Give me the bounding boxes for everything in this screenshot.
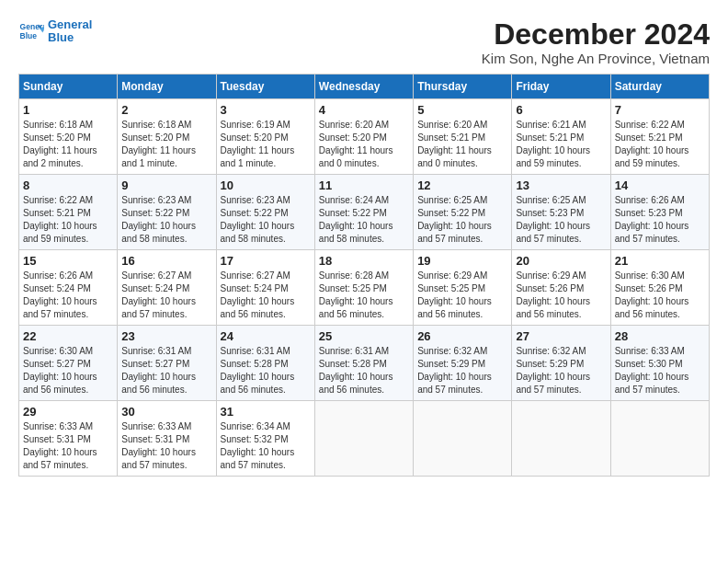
weekday-header-friday: Friday	[512, 75, 610, 99]
logo-text: General Blue	[48, 18, 92, 45]
day-info: Sunrise: 6:32 AM Sunset: 5:29 PM Dayligh…	[516, 345, 606, 396]
day-number: 8	[23, 178, 113, 192]
month-title: December 2024	[482, 18, 710, 51]
calendar-cell: 20 Sunrise: 6:29 AM Sunset: 5:26 PM Dayl…	[512, 250, 610, 326]
day-info: Sunrise: 6:24 AM Sunset: 5:22 PM Dayligh…	[319, 194, 409, 246]
calendar-cell: 16 Sunrise: 6:27 AM Sunset: 5:24 PM Dayl…	[118, 250, 216, 326]
day-number: 31	[221, 405, 311, 419]
day-info: Sunrise: 6:29 AM Sunset: 5:26 PM Dayligh…	[516, 270, 606, 321]
day-number: 16	[121, 254, 211, 268]
calendar-cell: 15 Sunrise: 6:26 AM Sunset: 5:24 PM Dayl…	[19, 250, 118, 326]
day-number: 27	[516, 329, 606, 343]
calendar-cell: 12 Sunrise: 6:25 AM Sunset: 5:22 PM Dayl…	[414, 175, 512, 250]
weekday-header-saturday: Saturday	[610, 75, 709, 99]
calendar-cell	[610, 401, 709, 477]
weekday-header-monday: Monday	[118, 75, 216, 99]
day-info: Sunrise: 6:33 AM Sunset: 5:31 PM Dayligh…	[121, 420, 211, 472]
day-number: 12	[417, 178, 507, 192]
calendar-cell: 29 Sunrise: 6:33 AM Sunset: 5:31 PM Dayl…	[19, 401, 118, 477]
weekday-header-wednesday: Wednesday	[314, 75, 413, 99]
day-info: Sunrise: 6:18 AM Sunset: 5:20 PM Dayligh…	[23, 119, 113, 170]
day-info: Sunrise: 6:20 AM Sunset: 5:20 PM Dayligh…	[319, 119, 409, 170]
day-info: Sunrise: 6:22 AM Sunset: 5:21 PM Dayligh…	[23, 194, 113, 246]
calendar-table: SundayMondayTuesdayWednesdayThursdayFrid…	[18, 74, 710, 477]
calendar-cell: 31 Sunrise: 6:34 AM Sunset: 5:32 PM Dayl…	[216, 401, 314, 477]
calendar-cell: 2 Sunrise: 6:18 AM Sunset: 5:20 PM Dayli…	[118, 99, 216, 175]
svg-text:Blue: Blue	[20, 31, 38, 40]
day-number: 2	[121, 103, 211, 117]
day-number: 26	[417, 329, 507, 343]
calendar-cell: 30 Sunrise: 6:33 AM Sunset: 5:31 PM Dayl…	[118, 401, 216, 477]
day-info: Sunrise: 6:32 AM Sunset: 5:29 PM Dayligh…	[417, 345, 507, 396]
calendar-cell: 24 Sunrise: 6:31 AM Sunset: 5:28 PM Dayl…	[216, 326, 314, 401]
day-number: 22	[23, 329, 113, 343]
weekday-header-tuesday: Tuesday	[216, 75, 314, 99]
calendar-cell: 23 Sunrise: 6:31 AM Sunset: 5:27 PM Dayl…	[118, 326, 216, 401]
calendar-cell: 28 Sunrise: 6:33 AM Sunset: 5:30 PM Dayl…	[610, 326, 709, 401]
day-info: Sunrise: 6:34 AM Sunset: 5:32 PM Dayligh…	[221, 420, 311, 472]
day-number: 9	[121, 178, 211, 192]
calendar-cell: 3 Sunrise: 6:19 AM Sunset: 5:20 PM Dayli…	[216, 99, 314, 175]
calendar-cell: 7 Sunrise: 6:22 AM Sunset: 5:21 PM Dayli…	[610, 99, 709, 175]
day-number: 11	[319, 178, 409, 192]
day-number: 23	[121, 329, 211, 343]
calendar-cell: 27 Sunrise: 6:32 AM Sunset: 5:29 PM Dayl…	[512, 326, 610, 401]
logo: General Blue General Blue	[18, 18, 92, 45]
day-info: Sunrise: 6:23 AM Sunset: 5:22 PM Dayligh…	[121, 194, 211, 246]
day-info: Sunrise: 6:22 AM Sunset: 5:21 PM Dayligh…	[615, 119, 705, 170]
day-info: Sunrise: 6:21 AM Sunset: 5:21 PM Dayligh…	[516, 119, 606, 170]
day-number: 14	[615, 178, 705, 192]
calendar-week-row: 29 Sunrise: 6:33 AM Sunset: 5:31 PM Dayl…	[19, 401, 710, 477]
calendar-cell: 21 Sunrise: 6:30 AM Sunset: 5:26 PM Dayl…	[610, 250, 709, 326]
day-info: Sunrise: 6:18 AM Sunset: 5:20 PM Dayligh…	[121, 119, 211, 170]
calendar-cell: 17 Sunrise: 6:27 AM Sunset: 5:24 PM Dayl…	[216, 250, 314, 326]
day-number: 5	[417, 103, 507, 117]
weekday-header-thursday: Thursday	[414, 75, 512, 99]
calendar-cell: 6 Sunrise: 6:21 AM Sunset: 5:21 PM Dayli…	[512, 99, 610, 175]
calendar-cell	[414, 401, 512, 477]
day-info: Sunrise: 6:27 AM Sunset: 5:24 PM Dayligh…	[121, 270, 211, 321]
calendar-week-row: 1 Sunrise: 6:18 AM Sunset: 5:20 PM Dayli…	[19, 99, 710, 175]
calendar-cell: 13 Sunrise: 6:25 AM Sunset: 5:23 PM Dayl…	[512, 175, 610, 250]
calendar-cell: 18 Sunrise: 6:28 AM Sunset: 5:25 PM Dayl…	[314, 250, 413, 326]
calendar-cell: 5 Sunrise: 6:20 AM Sunset: 5:21 PM Dayli…	[414, 99, 512, 175]
calendar-cell: 1 Sunrise: 6:18 AM Sunset: 5:20 PM Dayli…	[19, 99, 118, 175]
calendar-week-row: 22 Sunrise: 6:30 AM Sunset: 5:27 PM Dayl…	[19, 326, 710, 401]
calendar-week-row: 15 Sunrise: 6:26 AM Sunset: 5:24 PM Dayl…	[19, 250, 710, 326]
calendar-cell: 9 Sunrise: 6:23 AM Sunset: 5:22 PM Dayli…	[118, 175, 216, 250]
day-number: 4	[319, 103, 409, 117]
calendar-cell: 8 Sunrise: 6:22 AM Sunset: 5:21 PM Dayli…	[19, 175, 118, 250]
day-info: Sunrise: 6:25 AM Sunset: 5:23 PM Dayligh…	[516, 194, 606, 246]
day-number: 30	[121, 405, 211, 419]
day-number: 13	[516, 178, 606, 192]
day-info: Sunrise: 6:19 AM Sunset: 5:20 PM Dayligh…	[221, 119, 311, 170]
calendar-cell: 4 Sunrise: 6:20 AM Sunset: 5:20 PM Dayli…	[314, 99, 413, 175]
day-number: 15	[23, 254, 113, 268]
day-info: Sunrise: 6:30 AM Sunset: 5:27 PM Dayligh…	[23, 345, 113, 396]
day-number: 21	[615, 254, 705, 268]
day-info: Sunrise: 6:31 AM Sunset: 5:28 PM Dayligh…	[221, 345, 311, 396]
day-info: Sunrise: 6:26 AM Sunset: 5:23 PM Dayligh…	[615, 194, 705, 246]
day-number: 20	[516, 254, 606, 268]
day-info: Sunrise: 6:33 AM Sunset: 5:31 PM Dayligh…	[23, 420, 113, 472]
title-block: December 2024 Kim Son, Nghe An Province,…	[482, 18, 710, 66]
day-number: 29	[23, 405, 113, 419]
day-number: 28	[615, 329, 705, 343]
day-number: 1	[23, 103, 113, 117]
calendar-cell: 11 Sunrise: 6:24 AM Sunset: 5:22 PM Dayl…	[314, 175, 413, 250]
day-number: 19	[417, 254, 507, 268]
day-info: Sunrise: 6:29 AM Sunset: 5:25 PM Dayligh…	[417, 270, 507, 321]
calendar-cell: 19 Sunrise: 6:29 AM Sunset: 5:25 PM Dayl…	[414, 250, 512, 326]
calendar-cell: 25 Sunrise: 6:31 AM Sunset: 5:28 PM Dayl…	[314, 326, 413, 401]
day-number: 25	[319, 329, 409, 343]
day-info: Sunrise: 6:20 AM Sunset: 5:21 PM Dayligh…	[417, 119, 507, 170]
day-number: 17	[221, 254, 311, 268]
calendar-cell: 10 Sunrise: 6:23 AM Sunset: 5:22 PM Dayl…	[216, 175, 314, 250]
calendar-cell	[314, 401, 413, 477]
day-number: 24	[221, 329, 311, 343]
page-header: General Blue General Blue December 2024 …	[18, 18, 710, 66]
day-info: Sunrise: 6:27 AM Sunset: 5:24 PM Dayligh…	[221, 270, 311, 321]
day-number: 10	[221, 178, 311, 192]
calendar-cell: 22 Sunrise: 6:30 AM Sunset: 5:27 PM Dayl…	[19, 326, 118, 401]
day-info: Sunrise: 6:30 AM Sunset: 5:26 PM Dayligh…	[615, 270, 705, 321]
